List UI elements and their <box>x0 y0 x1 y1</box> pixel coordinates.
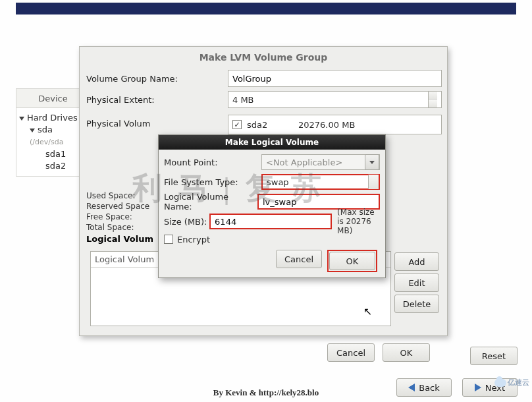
corner-logo: 亿速云 <box>494 378 529 388</box>
fs-type-combo[interactable]: swap <box>261 174 380 190</box>
pv-label: Physical Volum <box>86 115 228 129</box>
size-hint: (Max size is 20276 MB) <box>337 208 380 235</box>
lv-ok-button[interactable]: OK <box>329 252 375 270</box>
fs-type-value: swap <box>267 177 289 187</box>
lv-add-button[interactable]: Add <box>394 252 439 271</box>
size-label: Size (MB): <box>164 217 209 227</box>
chevron-down-icon[interactable] <box>30 129 35 132</box>
fs-type-label: File System Type: <box>164 177 261 187</box>
tree-partition-2[interactable]: sda2 <box>19 160 87 172</box>
lv-name-label: Logical Volume Name: <box>164 192 257 212</box>
chevron-down-icon[interactable] <box>19 117 24 121</box>
corner-logo-text: 亿速云 <box>508 378 529 388</box>
encrypt-checkbox[interactable] <box>164 235 173 244</box>
make-lv-dialog: Make Logical Volume Mount Point: <Not Ap… <box>158 134 386 278</box>
used-space-label: Used Space: <box>86 190 149 201</box>
pv-name: sda2 <box>247 120 293 130</box>
vg-name-label: Volume Group Name: <box>86 74 228 84</box>
chevron-down-icon <box>365 154 379 170</box>
mount-point-combo: <Not Applicable> <box>261 154 380 170</box>
stepper-icon[interactable] <box>428 92 437 107</box>
tree-disk-label: sda <box>38 125 53 134</box>
pv-checkbox[interactable]: ✓ <box>232 120 242 129</box>
space-stats: Used Space: Reserved Space Free Space: T… <box>86 190 149 233</box>
cloud-icon <box>494 379 506 387</box>
lv-section-header: Logical Volum <box>86 234 153 244</box>
footer-credit: By Kevin & http://kely28.blo <box>0 388 532 398</box>
total-space-label: Total Space: <box>86 222 149 233</box>
pv-size: 20276.00 MB <box>298 120 355 130</box>
tree-root[interactable]: Hard Drives <box>19 112 87 124</box>
tree-partition-1[interactable]: sda1 <box>19 148 87 160</box>
vg-cancel-button[interactable]: Cancel <box>327 343 375 362</box>
pe-value: 4 MB <box>232 95 254 105</box>
vg-ok-button[interactable]: OK <box>383 343 430 362</box>
pe-select[interactable]: 4 MB <box>228 91 442 108</box>
lv-delete-button[interactable]: Delete <box>394 295 439 313</box>
lv-edit-button[interactable]: Edit <box>394 273 439 292</box>
vg-dialog-title: Make LVM Volume Group <box>80 47 447 68</box>
reserved-space-label: Reserved Space <box>86 201 149 212</box>
free-space-label: Free Space: <box>86 212 149 222</box>
vg-name-input[interactable] <box>228 70 442 87</box>
mount-point-value: <Not Applicable> <box>266 158 342 167</box>
reset-button[interactable]: Reset <box>470 347 518 365</box>
lv-dialog-titlebar[interactable]: Make Logical Volume <box>159 135 385 150</box>
pv-listbox[interactable]: ✓ sda2 20276.00 MB <box>228 115 442 134</box>
window-titlebar <box>16 3 516 14</box>
stepper-icon[interactable] <box>368 175 379 189</box>
pe-label: Physical Extent: <box>86 95 228 105</box>
tree-disk-path: (/dev/sda <box>30 138 63 146</box>
tree-root-label: Hard Drives <box>27 113 78 123</box>
size-input[interactable] <box>209 214 332 229</box>
encrypt-label: Encrypt <box>177 235 210 244</box>
lv-cancel-button[interactable]: Cancel <box>276 250 322 268</box>
mount-point-label: Mount Point: <box>164 158 261 167</box>
tree-disk[interactable]: sda (/dev/sda <box>19 124 87 148</box>
